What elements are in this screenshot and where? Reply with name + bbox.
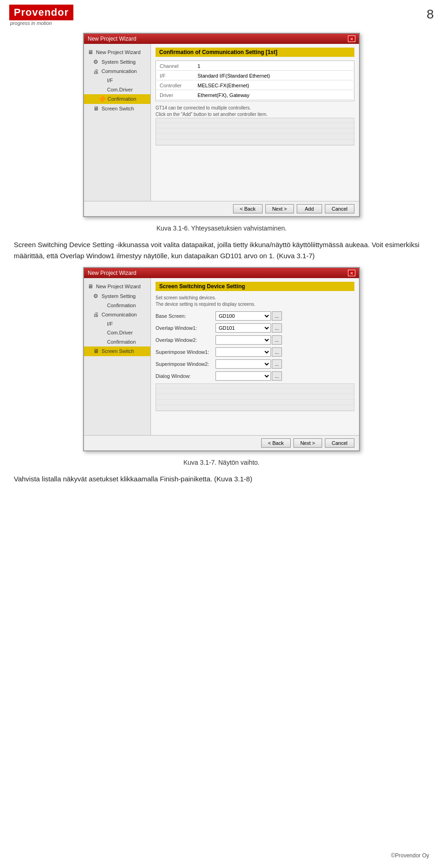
nav-item-comm-1[interactable]: 🖨 Communication [84, 67, 150, 77]
nav-label-wizard-1: New Project Wizard [96, 49, 141, 56]
nav-item-wizard-2[interactable]: 🖥 New Project Wizard [84, 282, 150, 291]
wizard-dialog-2: New Project Wizard ✕ 🖥 New Project Wizar… [83, 267, 360, 451]
nav-item-screen-1[interactable]: 🖥 Screen Switch [84, 104, 150, 114]
conf-icon-1: 🔶 [99, 95, 106, 103]
table-cell-label: Controller [157, 81, 194, 90]
form-row-ow1: Overlap Window1: GD101 ... [156, 323, 354, 333]
section-title-2: Screen Switching Device Setting [156, 282, 354, 291]
form-label-sw2: Superimpose Window2: [156, 361, 216, 367]
table-row: Channel 1 [157, 62, 353, 71]
nav-label-conf-1: Confirmation [108, 96, 136, 103]
nav-label-screen-2: Screen Switch [102, 348, 134, 355]
nav-item-system-2[interactable]: ⚙ System Setting [84, 291, 150, 301]
overlap-window1-select[interactable]: GD101 [216, 323, 271, 333]
form-row-sw2: Superimpose Window2: ... [156, 359, 354, 369]
back-button-2[interactable]: < Back [261, 438, 291, 448]
nav-label-screen-1: Screen Switch [102, 105, 134, 112]
wizard-title-1: New Project Wizard [88, 36, 136, 42]
wizard-nav-1: 🖥 New Project Wizard ⚙ System Setting 🖨 … [84, 44, 151, 201]
confirmation-table: Channel 1 I/F Standard I/F(Standard Ethe… [156, 61, 354, 101]
nav-item-driver-1[interactable]: Com.Driver [84, 85, 150, 94]
form-label-sw1: Superimpose Window1: [156, 349, 216, 355]
body-text-1: Screen Switching Device Setting -ikkunas… [14, 239, 429, 261]
main-content: New Project Wizard ✕ 🖥 New Project Wizar… [0, 28, 443, 499]
wizard-body-2: 🖥 New Project Wizard ⚙ System Setting Co… [84, 278, 359, 435]
nav-label-wizard-2: New Project Wizard [96, 283, 141, 290]
overlap-window1-btn[interactable]: ... [272, 323, 282, 333]
nav-item-if-1[interactable]: I/F [84, 76, 150, 85]
overlap-window2-select[interactable] [216, 335, 271, 345]
nav-item-confirmation-2[interactable]: Confirmation [84, 338, 150, 346]
form-label-ow2: Overlap Window2: [156, 337, 216, 343]
back-button-1[interactable]: < Back [233, 204, 263, 213]
base-screen-select[interactable]: GD100 [216, 311, 271, 321]
nav-item-conf2[interactable]: Confirmation [84, 301, 150, 310]
nav-item-confirmation-1[interactable]: 🔶 Confirmation [84, 94, 150, 104]
form-row-sw1: Superimpose Window1: ... [156, 347, 354, 357]
next-button-1[interactable]: Next > [265, 204, 294, 213]
nav-label-comm-1: Communication [102, 68, 137, 75]
form-note-2: Set screen switching devices.The device … [156, 295, 354, 308]
nav-item-system-1[interactable]: ⚙ System Setting [84, 57, 150, 67]
page-header: Provendor progress in motion 8 [0, 0, 443, 28]
dialog-close-btn-2[interactable]: ✕ [348, 270, 355, 276]
nav-label-driver-2: Com.Driver [107, 329, 133, 336]
base-screen-btn[interactable]: ... [272, 311, 282, 321]
superimpose-window2-select[interactable] [216, 359, 271, 369]
table-cell-value: 1 [195, 62, 353, 71]
wizard-titlebar-2: New Project Wizard ✕ [84, 268, 359, 278]
form-row-ow2: Overlap Window2: ... [156, 335, 354, 345]
wizard-main-1: Confirmation of Communication Setting [1… [151, 44, 359, 201]
screen-icon-1: 🖥 [93, 105, 100, 113]
wizard-footer-2: < Back Next > Cancel [84, 435, 359, 450]
nav-label-conf2: Confirmation [107, 302, 136, 309]
nav-label-if-1: I/F [107, 77, 113, 84]
section-title-1: Confirmation of Communication Setting [1… [156, 48, 354, 57]
table-cell-label: Channel [157, 62, 194, 71]
nav-item-comm-2[interactable]: 🖨 Communication [84, 310, 150, 320]
nav-item-driver-2[interactable]: Com.Driver [84, 328, 150, 337]
form-select-wrap-dw: ... [216, 371, 354, 381]
dialog-window-btn[interactable]: ... [272, 371, 282, 381]
table-cell-value: MELSEC-FX(Ethernet) [195, 81, 353, 90]
form-label-base: Base Screen: [156, 313, 216, 319]
form-select-wrap-base: GD100 ... [216, 311, 354, 321]
nav-item-wizard-1[interactable]: 🖥 New Project Wizard [84, 48, 150, 57]
page-footer: ©Provendor Oy [391, 852, 429, 859]
screen-icon-2: 🖥 [93, 347, 100, 355]
nav-item-if-2[interactable]: I/F [84, 320, 150, 328]
form-row-base: Base Screen: GD100 ... [156, 311, 354, 321]
nav-label-system-2: System Setting [102, 293, 136, 300]
wizard-body-1: 🖥 New Project Wizard ⚙ System Setting 🖨 … [84, 44, 359, 201]
add-button-1[interactable]: Add [297, 204, 322, 213]
dialog-close-btn-1[interactable]: ✕ [348, 36, 355, 42]
superimpose-window1-select[interactable] [216, 347, 271, 357]
wizard-footer-1: < Back Next > Add Cancel [84, 201, 359, 216]
wizard-title-2: New Project Wizard [88, 270, 136, 276]
form-label-dw: Dialog Window: [156, 373, 216, 379]
superimpose-window1-btn[interactable]: ... [272, 347, 282, 357]
scroll-area-1 [156, 118, 354, 146]
cancel-button-2[interactable]: Cancel [325, 438, 354, 448]
logo-tagline: progress in motion [9, 20, 73, 26]
wizard-main-2: Screen Switching Device Setting Set scre… [151, 278, 359, 435]
form-select-wrap-sw2: ... [216, 359, 354, 369]
comm-icon-1: 🖨 [93, 68, 100, 76]
next-button-2[interactable]: Next > [293, 438, 322, 448]
superimpose-window2-btn[interactable]: ... [272, 359, 282, 369]
cancel-button-1[interactable]: Cancel [325, 204, 354, 213]
nav-label-system-1: System Setting [102, 59, 136, 66]
conf-note-1: GT14 can be connected to multiple contro… [156, 105, 354, 118]
logo-text: Provendor [9, 5, 73, 20]
dialog-window-select[interactable] [216, 371, 271, 381]
form-label-ow1: Overlap Window1: [156, 325, 216, 331]
caption-1: Kuva 3.1-6. Yhteysasetuksien vahvistamin… [14, 225, 429, 232]
overlap-window2-btn[interactable]: ... [272, 335, 282, 345]
comm-icon-2: 🖨 [93, 311, 100, 319]
caption-2: Kuva 3.1-7. Näytön vaihto. [14, 459, 429, 466]
nav-item-screen-2[interactable]: 🖥 Screen Switch [84, 346, 150, 356]
table-cell-label: I/F [157, 72, 194, 80]
form-select-wrap-ow2: ... [216, 335, 354, 345]
form-select-wrap-ow1: GD101 ... [216, 323, 354, 333]
nav-label-conf3: Confirmation [107, 339, 136, 346]
